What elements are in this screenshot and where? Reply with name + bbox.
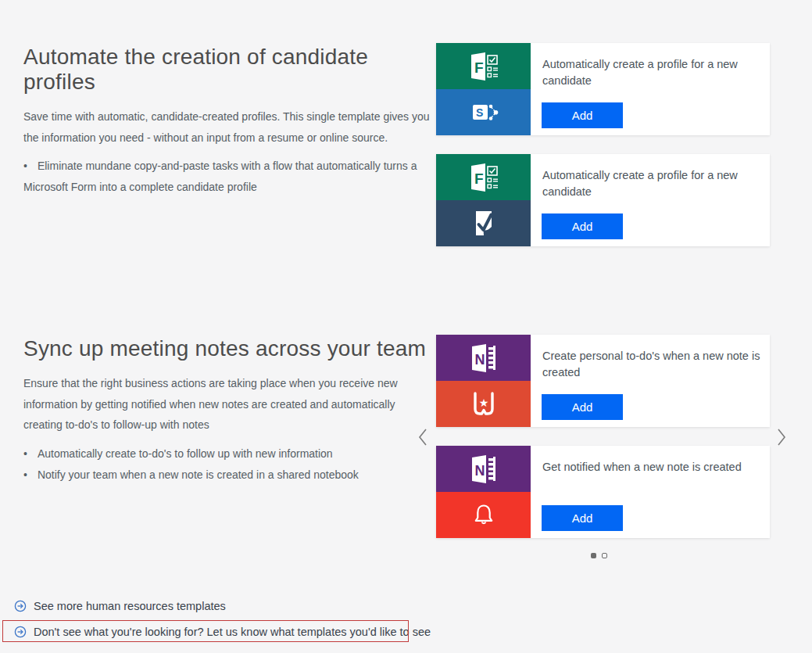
microsoft-forms-icon: F	[436, 154, 531, 200]
onenote-icon: N	[436, 446, 531, 492]
template-description: Automatically create a profile for a new…	[542, 56, 761, 89]
bullet-item: Automatically create to-do's to follow u…	[23, 443, 430, 465]
carousel-dot-active[interactable]	[591, 553, 596, 558]
add-button[interactable]: Add	[542, 394, 623, 420]
carousel-dot-inactive[interactable]	[602, 553, 607, 558]
add-button[interactable]: Add	[542, 213, 623, 239]
wunderlist-icon: ★	[436, 381, 531, 427]
chevron-left-icon[interactable]	[417, 428, 429, 447]
templates-page: Automate the creation of candidate profi…	[0, 0, 812, 653]
svg-text:N: N	[474, 462, 485, 478]
section-bullets: Automatically create to-do's to follow u…	[23, 443, 430, 486]
section-candidate-profiles: Automate the creation of candidate profi…	[23, 45, 430, 198]
template-card[interactable]: F Automatically create	[436, 154, 770, 246]
template-description: Get notified when a new note is created	[542, 459, 761, 475]
request-template-link[interactable]: Don't see what you're looking for? Let u…	[14, 626, 431, 638]
add-button[interactable]: Add	[542, 505, 623, 531]
template-description: Create personal to-do's when a new note …	[542, 348, 761, 381]
section-description: Ensure that the right business actions a…	[23, 373, 430, 436]
chevron-right-icon[interactable]	[775, 428, 788, 447]
section-meeting-notes: Sync up meeting notes across your team E…	[23, 336, 430, 486]
see-more-templates-label: See more human resources templates	[34, 600, 226, 612]
arrow-circle-icon	[14, 600, 27, 612]
template-card[interactable]: N Get notified when a new note is create…	[436, 446, 770, 538]
section-heading: Sync up meeting notes across your team	[23, 336, 430, 361]
section-bullets: Eliminate mundane copy-and-paste tasks w…	[23, 156, 430, 198]
section-description: Save time with automatic, candidate-crea…	[23, 106, 430, 148]
notifications-bell-icon	[436, 492, 531, 538]
svg-text:S: S	[476, 106, 483, 119]
template-card[interactable]: F S	[436, 43, 770, 135]
arrow-circle-icon	[14, 626, 27, 638]
svg-text:F: F	[474, 170, 484, 187]
section-heading: Automate the creation of candidate profi…	[23, 45, 430, 95]
smartsheet-icon	[436, 200, 531, 246]
card-icons: N ★	[436, 335, 531, 427]
carousel-dots	[591, 553, 607, 558]
svg-text:F: F	[474, 59, 484, 76]
card-icons: F	[436, 154, 531, 246]
card-icons: F S	[436, 43, 531, 135]
bullet-item: Eliminate mundane copy-and-paste tasks w…	[23, 156, 430, 198]
template-card[interactable]: N ★ Create personal to-do's when a new n…	[436, 335, 770, 427]
onenote-icon: N	[436, 335, 531, 381]
bullet-item: Notify your team when a new note is crea…	[23, 465, 430, 486]
request-template-label: Don't see what you're looking for? Let u…	[34, 626, 431, 638]
card-icons: N	[436, 446, 531, 538]
template-description: Automatically create a profile for a new…	[542, 167, 761, 200]
microsoft-forms-icon: F	[436, 43, 531, 89]
svg-text:N: N	[474, 351, 485, 367]
add-button[interactable]: Add	[542, 102, 623, 128]
svg-text:★: ★	[478, 396, 488, 409]
sharepoint-icon: S	[436, 89, 531, 135]
see-more-templates-link[interactable]: See more human resources templates	[14, 600, 226, 612]
